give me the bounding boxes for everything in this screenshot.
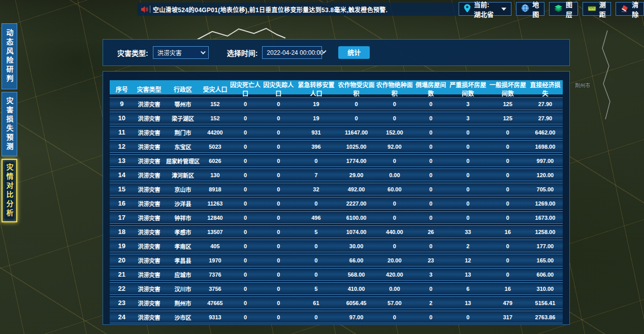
layers-button-label: 图层 [566,0,573,19]
table-cell: 152 [202,101,229,107]
table-cell: 152.00 [375,129,413,136]
table-cell: 130 [202,172,229,178]
table-cell: 30.00 [337,243,375,249]
table-cell: 0 [414,101,448,107]
table-row[interactable]: 16洪涝灾害沙洋县112630002227.0000001269.00 [110,197,563,210]
table-cell: 20 [110,256,134,264]
table-cell: 东宝区 [165,143,202,151]
table-cell: 1258.00 [528,229,563,235]
table-cell: 2 [448,243,488,249]
table-cell: 1698.00 [528,144,563,150]
table-cell: 16 [110,199,134,207]
measure-button[interactable]: 测距 [583,2,611,16]
table-cell: 440.00 [375,229,413,235]
table-cell: 洪涝灾害 [134,256,165,264]
table-cell: 0 [448,314,488,320]
table-cell: 0 [229,229,262,235]
map-button[interactable]: 地图 [516,2,544,16]
table-cell: 沙洋县 [165,199,202,208]
table-cell: 29.00 [337,172,375,178]
table-cell: 0 [375,201,413,207]
table-cell: 0 [448,158,488,164]
table-cell: 0 [414,215,448,221]
table-cell: 57.00 [375,300,413,306]
time-select[interactable]: 2022-04-24 00:00:00 [262,46,322,59]
table-cell: 洪涝灾害 [134,228,165,236]
table-cell: 8918 [202,186,229,192]
table-cell: 16 [488,286,527,292]
statistics-button[interactable]: 统计 [338,46,370,59]
layers-button[interactable]: 图层 [549,2,578,16]
table-row[interactable]: 21洪涝灾害应城市7376000568.00420.003130606.00 [110,268,563,281]
table-cell: 0 [262,129,295,136]
alert-text: 空山滑坡524的04GP01(地表位移),前1日垂直位移变形量达到53.8毫米,… [153,5,388,14]
table-cell: 0 [229,314,262,320]
table-cell: 0 [337,115,375,121]
table-row[interactable]: 17洪涝灾害钟祥市12840004966100.0000001673.00 [110,211,563,224]
table-cell: 405 [202,243,229,249]
table-cell: 洪涝灾害 [134,157,165,165]
column-header: 受灾人口 [202,85,229,93]
sidebar-item-dynamic-risk[interactable]: 动态风险研判 [2,23,17,89]
table-cell: 洪涝灾害 [134,199,165,208]
table-row[interactable]: 19洪涝灾害孝南区40500030.000020177.00 [110,240,563,252]
region-selector-label: 当前: 湖北省 [474,0,496,19]
table-row[interactable]: 22洪涝灾害汉川市3756005410.000.000616310.00 [110,282,563,295]
table-row[interactable]: 18洪涝灾害孝感市135070051074.00440.002633161258… [110,225,563,238]
table-cell: 19 [110,242,134,250]
table-cell: 0 [375,115,413,121]
clear-button[interactable]: 清除 [616,2,644,16]
table-row[interactable]: 11洪涝灾害荆门市442000093111647.00152.000006462… [110,126,563,139]
column-header: 因灾死亡人口 [229,80,262,97]
table-cell: 92.00 [375,144,413,150]
table-cell: 0 [229,286,262,292]
table-cell: 47665 [202,300,229,306]
table-cell: 0 [414,243,448,249]
table-row[interactable]: 23洪涝灾害荆州市4766500616056.4557.002134795156… [110,296,563,309]
table-cell: 396 [295,144,337,150]
time-label: 选择时间: [227,48,258,58]
table-row[interactable]: 14洪涝灾害漳河新区13000729.000.00000120.00 [110,169,563,181]
sidebar-item-loss-prediction[interactable]: 灾害损失预测 [2,92,17,156]
table-cell: 3 [448,115,488,121]
table-row[interactable]: 13洪涝灾害屈家岭管理区60260001774.000000997.00 [110,154,563,167]
table-cell: 11263 [202,201,229,207]
table-cell: 21 [110,271,134,278]
table-cell: 0 [295,158,337,164]
table-cell: 0 [262,115,295,121]
table-cell: 0 [488,243,527,249]
table-row[interactable]: 15洪涝灾害京山市89180032492.0060.00000705.00 [110,183,563,195]
table-row[interactable]: 9洪涝灾害鄂州市1520019000312527.90 [110,97,563,110]
table-cell: 60.00 [375,186,413,192]
disaster-type-select[interactable]: 洪涝灾害 [153,46,209,59]
layers-icon [554,4,563,14]
table-cell: 0 [229,172,262,178]
table-cell: 0 [262,300,295,306]
table-row[interactable]: 20洪涝灾害孝昌县197000066.0020.0023120165.00 [110,254,563,266]
column-header: 倒塌房屋间数 [414,80,448,97]
topbar-controls: 当前: 湖北省 地图 图层 [459,2,644,16]
table-cell: 0 [262,215,295,221]
table-cell: 0 [229,129,262,136]
table-cell: 洪涝灾害 [134,114,165,122]
table-row[interactable]: 24洪涝灾害沙市区931300097.000003172763.86 [110,311,563,323]
table-cell: 0 [414,186,448,192]
sidebar-item-comparison-analysis[interactable]: 灾情对比分析 [2,159,17,222]
table-cell: 0 [414,314,448,320]
table-cell: 0 [229,115,262,121]
table-cell: 0 [295,257,337,263]
table-cell: 14 [110,171,134,179]
table-cell: 5 [295,286,337,292]
table-cell: 12 [448,257,488,263]
table-cell: 9 [110,100,134,108]
table-row[interactable]: 12洪涝灾害东宝区5023003961025.0092.000001698.00 [110,140,563,153]
table-cell: 0 [414,129,448,136]
table-cell: 0 [229,101,262,107]
table-cell: 6056.45 [337,300,375,306]
region-selector[interactable]: 当前: 湖北省 [459,2,511,16]
location-pin-icon [464,4,471,14]
table-cell: 1074.00 [337,229,375,235]
table-cell: 33 [448,229,488,235]
table-row[interactable]: 10洪涝灾害梁子湖区1520019000312527.90 [110,112,563,124]
table-cell: 1673.00 [528,215,563,221]
